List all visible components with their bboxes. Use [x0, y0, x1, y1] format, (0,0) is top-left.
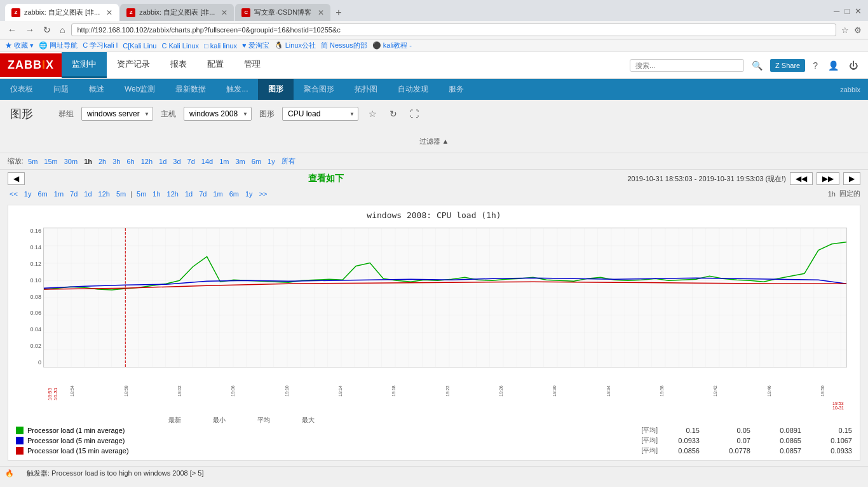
subnav-graphs[interactable]: 图形 [258, 79, 294, 100]
nav-admin[interactable]: 管理 [234, 52, 271, 78]
nav-left-small[interactable]: ◀◀ [790, 172, 813, 185]
bookmark-favorites[interactable]: ★ 收藏 ▾ [5, 41, 34, 50]
period-nav-end[interactable]: >> [257, 189, 269, 198]
nav-monitoring[interactable]: 监测中 [62, 52, 107, 78]
window-maximize[interactable]: □ [843, 5, 851, 17]
period-1m-fwd[interactable]: 1m [211, 189, 224, 198]
zoom-6h[interactable]: 6h [125, 157, 137, 166]
zoom-1h[interactable]: 1h [82, 157, 94, 166]
period-12h-back[interactable]: 12h [97, 189, 112, 198]
bookmark-nav[interactable]: 🌐 网址导航 [39, 41, 78, 50]
bookmark-icon[interactable]: ☆ [840, 24, 850, 36]
tab-close-1[interactable]: ✕ [106, 8, 112, 17]
y-0.04: 0.04 [11, 326, 41, 333]
period-1d-back[interactable]: 1d [82, 189, 93, 198]
zoom-1m[interactable]: 1m [217, 157, 231, 166]
zoom-30m[interactable]: 30m [62, 157, 79, 166]
fullscreen-button[interactable]: ⛶ [407, 107, 421, 120]
period-12h-fwd[interactable]: 12h [165, 189, 180, 198]
subnav-dashboard[interactable]: 仪表板 [0, 79, 43, 100]
period-6m-back[interactable]: 6m [36, 189, 49, 198]
period-7d-fwd[interactable]: 7d [197, 189, 208, 198]
user-button[interactable]: 👤 [825, 59, 841, 72]
subnav-overview[interactable]: 概述 [79, 79, 114, 100]
window-minimize[interactable]: ─ [832, 5, 841, 17]
subnav-maps[interactable]: 拓扑图 [344, 79, 388, 100]
group-select[interactable]: windows server [81, 107, 153, 121]
subnav-problems[interactable]: 问题 [43, 79, 79, 100]
help-button[interactable]: ? [810, 59, 820, 72]
zoom-12h[interactable]: 12h [139, 157, 154, 166]
tab-2[interactable]: Z zabbix: 自定义图表 [非... ✕ [120, 4, 234, 21]
graph-select[interactable]: CPU load [282, 107, 358, 121]
refresh-button[interactable]: ↻ [387, 107, 400, 120]
tab-1[interactable]: Z zabbix: 自定义图表 [非... ✕ [5, 4, 119, 21]
period-5m-fwd[interactable]: 5m [135, 189, 148, 198]
bookmark-nessus[interactable]: 简 Nessus的部 [321, 41, 367, 50]
host-select[interactable]: windows 2008 [184, 107, 252, 121]
extensions-icon[interactable]: ⚙ [853, 24, 863, 36]
bookmark-kali-linux2[interactable]: □ kali linux [204, 42, 237, 50]
nav-config[interactable]: 配置 [197, 52, 234, 78]
search-input[interactable] [630, 59, 744, 72]
bookmark-taobao[interactable]: ♥ 爱淘宝 [242, 41, 269, 50]
zoom-1y[interactable]: 1y [266, 157, 277, 166]
nav-reports[interactable]: 报表 [160, 52, 197, 78]
period-6m-fwd[interactable]: 6m [227, 189, 241, 198]
legend-min-1min: 0.05 [712, 427, 750, 434]
period-7d-back[interactable]: 7d [68, 189, 79, 198]
bookmark-kali-edu[interactable]: ⚫ kali教程 - [372, 41, 412, 50]
reload-button[interactable]: ↻ [41, 24, 53, 36]
window-close[interactable]: ✕ [853, 5, 863, 17]
back-button[interactable]: ← [5, 24, 19, 36]
nav-right-small[interactable]: ▶▶ [817, 172, 839, 185]
subnav-discovery[interactable]: 自动发现 [388, 79, 438, 100]
tab-close-3[interactable]: ✕ [318, 8, 324, 17]
prev-button[interactable]: ◀ [8, 172, 25, 185]
zoom-1d[interactable]: 1d [157, 157, 168, 166]
period-1y-fwd[interactable]: 1y [243, 189, 255, 198]
bookmark-kali-linux[interactable]: C Kali Linux [161, 42, 199, 50]
zoom-6m[interactable]: 6m [250, 157, 263, 166]
zoom-3h[interactable]: 3h [111, 157, 122, 166]
host-select-wrapper: windows 2008 [184, 107, 252, 121]
next-button[interactable]: ▶ [843, 172, 860, 185]
zoom-5m[interactable]: 5m [26, 157, 39, 166]
subnav-services[interactable]: 服务 [438, 79, 474, 100]
status-message: 触发器: Processor load is too high on windo… [27, 469, 204, 478]
zoom-all[interactable]: 所有 [280, 156, 297, 167]
period-5m-back[interactable]: 5m [114, 189, 128, 198]
zoom-15m[interactable]: 15m [42, 157, 59, 166]
period-1d-fwd[interactable]: 1d [183, 189, 194, 198]
period-1h-fwd[interactable]: 1h [151, 189, 162, 198]
period-1y-back[interactable]: 1y [22, 189, 34, 198]
zoom-3m[interactable]: 3m [234, 157, 247, 166]
forward-button[interactable]: → [23, 24, 37, 36]
bookmark-kali-learn[interactable]: C 学习kali l [83, 41, 118, 50]
subnav-triggers[interactable]: 触发... [216, 79, 258, 100]
period-1m-back[interactable]: 1m [52, 189, 65, 198]
favorite-button[interactable]: ☆ [366, 107, 379, 120]
search-button[interactable]: 🔍 [749, 59, 765, 72]
filter-toggle-button[interactable]: 过滤器 ▲ [419, 137, 449, 146]
legend-item-5min: Processor load (5 min average) [平均] 0.09… [16, 436, 852, 445]
bookmark-kali-linu[interactable]: C[Kali Linu [123, 42, 156, 50]
time-zoom-row: 缩放: 5m 15m 30m 1h 2h 3h 6h 12h 1d 3d 7d … [0, 153, 868, 170]
subnav-latest[interactable]: 最新数据 [165, 79, 216, 100]
bookmark-linux-club[interactable]: 🐧 Linux公社 [275, 41, 316, 50]
logout-button[interactable]: ⏻ [846, 59, 860, 72]
tab-3[interactable]: C 写文章-CSDN博客 ✕ [235, 4, 330, 21]
zoom-7d[interactable]: 7d [186, 157, 197, 166]
subnav-web[interactable]: Web监测 [114, 79, 165, 100]
subnav-screens[interactable]: 聚合图形 [294, 79, 344, 100]
address-bar[interactable] [71, 24, 836, 36]
share-button[interactable]: Z Share [770, 59, 805, 72]
new-tab-button[interactable]: + [332, 7, 345, 18]
zoom-2h[interactable]: 2h [97, 157, 108, 166]
zoom-14d[interactable]: 14d [200, 157, 215, 166]
nav-assets[interactable]: 资产记录 [107, 52, 160, 78]
zoom-3d[interactable]: 3d [171, 157, 182, 166]
tab-close-2[interactable]: ✕ [221, 8, 227, 17]
period-nav-start[interactable]: << [8, 189, 20, 198]
home-button[interactable]: ⌂ [57, 24, 67, 36]
